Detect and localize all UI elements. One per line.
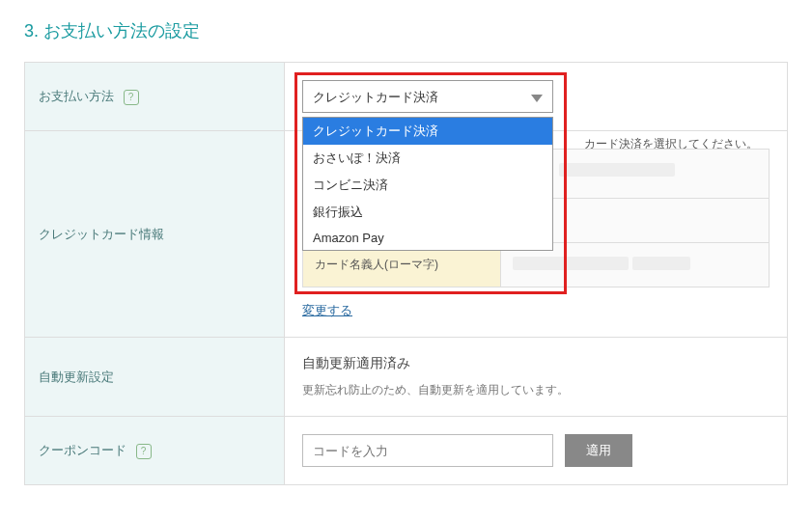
label-auto-renew: 自動更新設定	[25, 338, 285, 417]
label-payment-method: お支払い方法 ?	[25, 63, 285, 131]
auto-renew-desc: 更新忘れ防止のため、自動更新を適用しています。	[302, 382, 770, 398]
coupon-input[interactable]	[302, 434, 553, 467]
apply-coupon-button[interactable]: 適用	[565, 434, 632, 467]
label-coupon: クーポンコード ?	[25, 417, 285, 485]
row-auto-renew: 自動更新設定 自動更新適用済み 更新忘れ防止のため、自動更新を適用しています。	[25, 338, 788, 417]
row-coupon: クーポンコード ? 適用	[25, 417, 788, 485]
option-bank-transfer[interactable]: 銀行振込	[303, 199, 552, 226]
auto-renew-status: 自動更新適用済み	[302, 355, 770, 372]
section-heading: 3. お支払い方法の設定	[24, 19, 788, 42]
option-osaipo[interactable]: おさいぽ！決済	[303, 145, 552, 172]
help-icon[interactable]: ?	[136, 444, 152, 459]
change-card-link[interactable]: 変更する	[302, 303, 352, 317]
option-amazon-pay[interactable]: Amazon Pay	[303, 226, 552, 250]
option-konbini[interactable]: コンビニ決済	[303, 172, 552, 199]
help-icon[interactable]: ?	[124, 90, 139, 105]
row-payment-method: お支払い方法 ? クレジットカード決済 クレジットカード決済 おさいぽ！決済 コ…	[25, 63, 788, 131]
option-credit-card[interactable]: クレジットカード決済	[303, 118, 552, 145]
payment-method-dropdown: クレジットカード決済 おさいぽ！決済 コンビニ決済 銀行振込 Amazon Pa…	[302, 117, 553, 251]
payment-method-select[interactable]: クレジットカード決済	[302, 80, 553, 113]
settings-table: お支払い方法 ? クレジットカード決済 クレジットカード決済 おさいぽ！決済 コ…	[24, 62, 788, 485]
label-card-info: クレジットカード情報	[25, 131, 285, 338]
